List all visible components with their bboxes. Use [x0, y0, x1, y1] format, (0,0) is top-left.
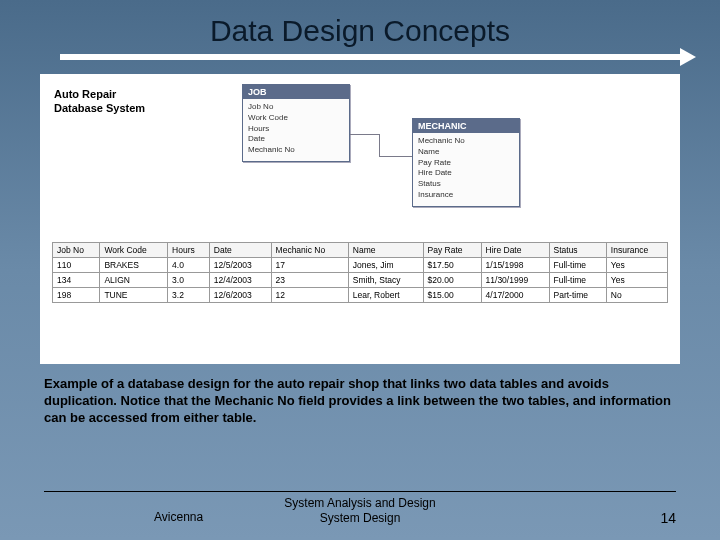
col-header: Status: [549, 243, 606, 258]
joined-data-table: Job No Work Code Hours Date Mechanic No …: [52, 242, 668, 303]
cell: $20.00: [423, 273, 481, 288]
cell: 134: [53, 273, 100, 288]
attr: Mechanic No: [418, 136, 514, 147]
attr: Name: [418, 147, 514, 158]
cell: 12: [271, 288, 348, 303]
cell: Lear, Robert: [348, 288, 423, 303]
cell: 198: [53, 288, 100, 303]
col-header: Insurance: [606, 243, 667, 258]
footer-line2: System Design: [44, 511, 676, 526]
cell: 3.2: [168, 288, 210, 303]
table-row: 198 TUNE 3.2 12/6/2003 12 Lear, Robert $…: [53, 288, 668, 303]
connector-line: [350, 134, 380, 135]
col-header: Hire Date: [481, 243, 549, 258]
slide-title: Data Design Concepts: [0, 0, 720, 54]
cell: Full-time: [549, 273, 606, 288]
cell: TUNE: [100, 288, 168, 303]
attr: Date: [248, 134, 344, 145]
cell: 1/15/1998: [481, 258, 549, 273]
attr: Job No: [248, 102, 344, 113]
cell: 4/17/2000: [481, 288, 549, 303]
cell: Part-time: [549, 288, 606, 303]
cell: 11/30/1999: [481, 273, 549, 288]
cell: No: [606, 288, 667, 303]
cell: ALIGN: [100, 273, 168, 288]
col-header: Mechanic No: [271, 243, 348, 258]
cell: Yes: [606, 273, 667, 288]
table-row: 134 ALIGN 3.0 12/4/2003 23 Smith, Stacy …: [53, 273, 668, 288]
connector-line: [379, 134, 380, 156]
cell: BRAKES: [100, 258, 168, 273]
cell: $15.00: [423, 288, 481, 303]
attr: Hours: [248, 124, 344, 135]
cell: 12/5/2003: [209, 258, 271, 273]
col-header: Date: [209, 243, 271, 258]
entity-job: JOB Job No Work Code Hours Date Mechanic…: [242, 84, 350, 162]
attr: Insurance: [418, 190, 514, 201]
cell: Smith, Stacy: [348, 273, 423, 288]
footer-author: Avicenna: [154, 510, 203, 524]
entity-job-attrs: Job No Work Code Hours Date Mechanic No: [243, 99, 349, 161]
erd-diagram: JOB Job No Work Code Hours Date Mechanic…: [52, 84, 668, 234]
title-underline-arrow: [60, 54, 680, 60]
table-row: 110 BRAKES 4.0 12/5/2003 17 Jones, Jim $…: [53, 258, 668, 273]
attr: Mechanic No: [248, 145, 344, 156]
col-header: Job No: [53, 243, 100, 258]
cell: 23: [271, 273, 348, 288]
col-header: Hours: [168, 243, 210, 258]
cell: 3.0: [168, 273, 210, 288]
footer-line1: System Analysis and Design: [44, 496, 676, 511]
entity-mechanic: MECHANIC Mechanic No Name Pay Rate Hire …: [412, 118, 520, 207]
col-header: Work Code: [100, 243, 168, 258]
figure-caption: Example of a database design for the aut…: [44, 376, 676, 427]
entity-mechanic-header: MECHANIC: [413, 119, 519, 133]
cell: 12/4/2003: [209, 273, 271, 288]
cell: Full-time: [549, 258, 606, 273]
connector-line: [379, 156, 412, 157]
col-header: Name: [348, 243, 423, 258]
table-header-row: Job No Work Code Hours Date Mechanic No …: [53, 243, 668, 258]
slide-footer: System Analysis and Design System Design…: [44, 491, 676, 526]
cell: Yes: [606, 258, 667, 273]
attr: Status: [418, 179, 514, 190]
cell: 110: [53, 258, 100, 273]
cell: $17.50: [423, 258, 481, 273]
cell: 4.0: [168, 258, 210, 273]
attr: Hire Date: [418, 168, 514, 179]
col-header: Pay Rate: [423, 243, 481, 258]
entity-mechanic-attrs: Mechanic No Name Pay Rate Hire Date Stat…: [413, 133, 519, 206]
cell: 17: [271, 258, 348, 273]
page-number: 14: [660, 510, 676, 526]
cell: Jones, Jim: [348, 258, 423, 273]
attr: Work Code: [248, 113, 344, 124]
cell: 12/6/2003: [209, 288, 271, 303]
figure-panel: Auto RepairDatabase System JOB Job No Wo…: [40, 74, 680, 364]
attr: Pay Rate: [418, 158, 514, 169]
entity-job-header: JOB: [243, 85, 349, 99]
